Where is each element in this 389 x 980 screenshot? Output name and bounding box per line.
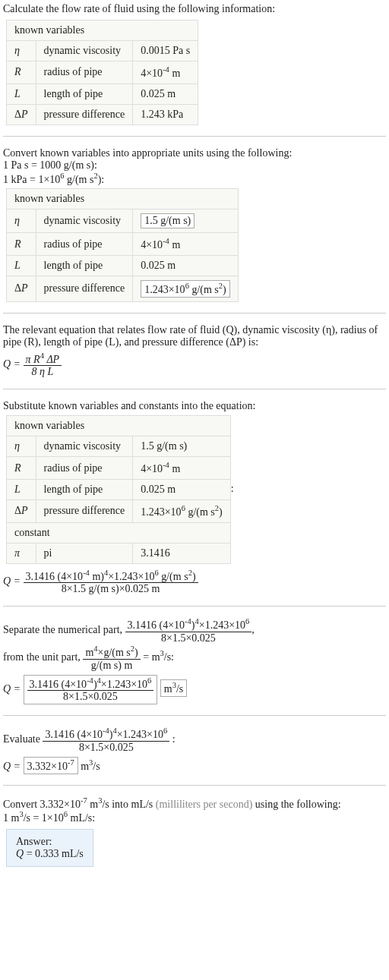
text-part: Separate the numerical part, <box>3 624 125 635</box>
var-symbol: η <box>7 436 36 457</box>
numerator: 3.1416 (4×10-4)4×1.243×106 <box>43 726 169 742</box>
constant-caption: constant <box>7 522 231 543</box>
val-exp: -4 <box>163 65 169 74</box>
var-value: 4×10-4 m <box>133 61 198 84</box>
var-name: radius of pipe <box>36 457 133 480</box>
var-value: 4×10-4 m <box>133 233 238 256</box>
var-symbol: L <box>7 84 36 104</box>
var-name: length of pipe <box>36 255 133 276</box>
val-suffix: m <box>169 463 180 474</box>
table-caption: known variables <box>7 416 231 436</box>
equation-explanation: The relevant equation that relates flow … <box>3 324 386 348</box>
fraction: m4×g/(m s2) g/(m s) m <box>83 644 140 672</box>
var-name: radius of pipe <box>36 233 133 256</box>
var-value: 4×10-4 m <box>133 457 230 480</box>
final-convert-line-2: 1 m3/s = 1×106 mL/s: <box>3 810 386 824</box>
var-value: 0.025 m <box>133 255 238 276</box>
text-part: /s: <box>164 651 174 663</box>
val-part: 1.243×10 <box>144 284 185 295</box>
var-symbol: L <box>7 255 36 276</box>
eq-part: /s <box>176 683 183 695</box>
denominator: 8×1.5 g/(m s)×0.025 m <box>24 583 198 595</box>
var-name: length of pipe <box>36 84 133 104</box>
var-symbol: L <box>7 479 36 499</box>
eq-lhs: Q = <box>3 761 24 772</box>
known-variables-table-1: known variables η dynamic viscosity 0.00… <box>6 20 198 125</box>
denominator: 8×1.5×0.025 <box>125 632 252 644</box>
boxed-value: 1.243×106 g/(m s2) <box>141 280 229 298</box>
var-symbol: ΔP <box>7 276 36 301</box>
eq-part: /s <box>93 761 100 772</box>
table-row: π pi 3.1416 <box>7 543 231 563</box>
text-part: = m <box>143 651 160 663</box>
eq-exp: -4 <box>103 726 109 735</box>
fraction: 3.1416 (4×10-4 m)4×1.243×106 g/(m s2) 8×… <box>24 569 198 596</box>
var-name: dynamic viscosity <box>36 436 133 457</box>
numerator: 3.1416 (4×10-4)4×1.243×106 <box>125 617 252 632</box>
table-row: η dynamic viscosity 1.5 g/(m s) <box>7 436 231 457</box>
var-name: dynamic viscosity <box>36 210 133 233</box>
table-row: L length of pipe 0.025 m <box>7 255 239 276</box>
eq-exp: 6 <box>147 676 151 685</box>
equation-2: Q = 3.1416 (4×10-4 m)4×1.243×106 g/(m s2… <box>3 569 386 596</box>
eq-exp: 6 <box>245 617 249 625</box>
eq-exp: -4 <box>185 617 191 625</box>
eq-part: ) <box>192 570 196 581</box>
var-value: 0.0015 Pa s <box>133 41 198 61</box>
numerator: π R4 ΔP <box>24 351 62 367</box>
fraction: 3.1416 (4×10-4)4×1.243×106 8×1.5×0.025 <box>125 617 252 644</box>
val-part: ) <box>219 506 223 518</box>
equation-1: Q = π R4 ΔP 8 η L <box>3 351 386 379</box>
val-part: 4×10 <box>141 239 163 251</box>
eq-part: m3/s <box>81 761 100 772</box>
eq-lhs: Q = <box>3 683 24 695</box>
table-caption: known variables <box>7 20 198 41</box>
conversion-line-1: 1 Pa s = 1000 g/(m s): <box>3 159 386 172</box>
table-row: L length of pipe 0.025 m <box>7 479 231 499</box>
eq-exp: 6 <box>163 726 167 735</box>
table-row: L length of pipe 0.025 m <box>7 84 198 104</box>
boxed-value: 3.1416 (4×10-4)4×1.243×106 8×1.5×0.025 <box>24 675 158 705</box>
fraction: 3.1416 (4×10-4)4×1.243×106 8×1.5×0.025 <box>43 726 169 754</box>
boxed-value: m3/s <box>160 679 187 697</box>
numerator: 3.1416 (4×10-4 m)4×1.243×106 g/(m s2) <box>24 569 198 584</box>
val-part: 4×10 <box>141 68 163 79</box>
var-symbol: R <box>7 233 36 256</box>
table-row: R radius of pipe 4×10-4 m <box>7 457 231 480</box>
val-part: 4×10 <box>141 463 163 474</box>
known-variables-table-2: known variables η dynamic viscosity 1.5 … <box>6 188 239 301</box>
var-value: 0.025 m <box>133 479 230 499</box>
var-symbol: η <box>7 41 36 61</box>
var-value: 1.243 kPa <box>133 104 198 124</box>
text-part: /s into mL/s <box>102 798 155 809</box>
eq-part: ×g/(m s <box>98 647 131 658</box>
denominator: 8×1.5×0.025 <box>27 691 154 703</box>
final-convert-line-1: Convert 3.332×10-7 m3/s into mL/s (milli… <box>3 796 386 811</box>
var-symbol: ΔP <box>7 104 36 124</box>
evaluate-text: Evaluate 3.1416 (4×10-4)4×1.243×106 8×1.… <box>3 726 386 754</box>
text-part: Convert 3.332×10 <box>3 798 81 809</box>
table-row: ΔP pressure difference 1.243×106 g/(m s2… <box>7 276 239 301</box>
eq-lhs: Q = <box>3 358 24 370</box>
text-part: , <box>251 624 255 635</box>
denominator: 8 η L <box>24 366 62 378</box>
var-value: 1.5 g/(m s) <box>133 210 238 233</box>
denominator: g/(m s) m <box>83 660 140 672</box>
table-row: ΔP pressure difference 1.243 kPa <box>7 104 198 124</box>
eq-part: 3.1416 (4×10 <box>26 570 84 581</box>
answer-equation: Q <box>16 848 24 859</box>
equation-3: Q = 3.1416 (4×10-4)4×1.243×106 8×1.5×0.0… <box>3 675 386 705</box>
eq-part: m <box>85 647 93 658</box>
boxed-value: 1.5 g/(m s) <box>141 213 194 228</box>
var-name: length of pipe <box>36 479 133 499</box>
boxed-value: 3.332×10-7 <box>24 757 78 774</box>
conversion-line-2: 1 kPa = 1×106 g/(m s2): <box>3 172 386 186</box>
eq-lhs: Q = <box>3 575 24 587</box>
table-row: R radius of pipe 4×10-4 m <box>7 233 239 256</box>
eq-part: 3.1416 (4×10 <box>128 619 185 631</box>
var-name: pi <box>36 543 133 563</box>
var-value: 1.243×106 g/(m s2) <box>133 276 238 301</box>
var-symbol: R <box>7 457 36 480</box>
var-name: radius of pipe <box>36 61 133 84</box>
text-part: 1 kPa = 1×10 <box>3 173 60 184</box>
